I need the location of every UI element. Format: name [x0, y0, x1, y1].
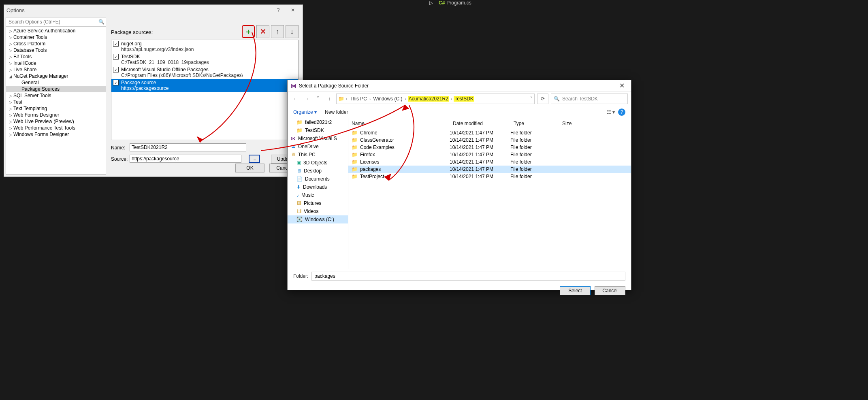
- source-item[interactable]: ✓nuget.orghttps://api.nuget.org/v3/index…: [111, 40, 298, 53]
- file-row[interactable]: 📁TestProject10/14/2021 1:47 PMFile folde…: [348, 173, 631, 180]
- tree-item[interactable]: ▷IntelliCode: [6, 60, 106, 66]
- picker-search-input[interactable]: 🔍 Search TestSDK: [551, 94, 628, 104]
- nav-item[interactable]: 🖥Desktop: [288, 167, 348, 175]
- up-icon[interactable]: ↑: [325, 94, 334, 103]
- help-icon[interactable]: ?: [271, 7, 286, 13]
- tree-item[interactable]: General: [6, 79, 106, 86]
- folder-icon: 📁: [338, 96, 344, 102]
- recent-icon[interactable]: ˅: [314, 94, 322, 103]
- select-button[interactable]: Select: [560, 286, 591, 295]
- picker-close-icon[interactable]: ✕: [616, 82, 628, 89]
- source-item[interactable]: ✓Microsoft Visual Studio Offline Package…: [111, 66, 298, 79]
- tree-item[interactable]: ▷Live Share: [6, 66, 106, 73]
- nav-item[interactable]: 💽Windows (C:): [288, 215, 348, 223]
- help-icon[interactable]: ?: [618, 109, 625, 116]
- nav-item[interactable]: ☁OneDrive: [288, 143, 348, 151]
- organize-menu[interactable]: Organize ▾: [293, 109, 317, 115]
- nav-item[interactable]: ⋈Microsoft Visual S: [288, 134, 348, 143]
- options-search-input[interactable]: [6, 17, 97, 26]
- tree-item[interactable]: ▷Container Tools: [6, 34, 106, 40]
- nav-item[interactable]: ▣3D Objects: [288, 159, 348, 167]
- checkbox-icon[interactable]: ✓: [113, 67, 119, 72]
- csharp-icon: C#: [439, 0, 445, 6]
- close-icon[interactable]: ✕: [286, 7, 300, 13]
- checkbox-icon[interactable]: ✓: [113, 54, 119, 60]
- file-list[interactable]: 📁Chrome10/14/2021 1:47 PMFile folder📁Cla…: [348, 129, 631, 180]
- search-icon[interactable]: 🔍: [97, 19, 106, 25]
- source-item[interactable]: ✓Package sourcehttps://packagesource: [111, 79, 298, 92]
- folder-input[interactable]: [311, 272, 625, 281]
- nav-item[interactable]: ⬇Downloads: [288, 183, 348, 191]
- nav-item[interactable]: 🖥This PC: [288, 151, 348, 159]
- tree-item[interactable]: ▷Windows Forms Designer: [6, 131, 106, 138]
- vs-icon: ⋈: [291, 83, 296, 89]
- header-type[interactable]: Type: [510, 118, 559, 129]
- header-size[interactable]: Size: [559, 118, 631, 129]
- nav-item[interactable]: 🎞Videos: [288, 207, 348, 215]
- options-titlebar[interactable]: Options ? ✕: [4, 5, 303, 15]
- tab-filename: Program.cs: [446, 0, 471, 6]
- file-row[interactable]: 📁Licenses10/14/2021 1:47 PMFile folder: [348, 158, 631, 166]
- browse-button[interactable]: ...: [249, 155, 260, 163]
- move-down-button[interactable]: ↓: [286, 25, 299, 38]
- add-source-button[interactable]: ＋: [242, 25, 255, 38]
- tree-item[interactable]: ▷Test: [6, 99, 106, 105]
- options-tree[interactable]: ▷Azure Service Authentication▷Container …: [6, 27, 106, 174]
- header-name[interactable]: Name: [348, 118, 450, 129]
- refresh-icon[interactable]: ⟳: [537, 94, 548, 104]
- crumb-drive[interactable]: Windows (C:): [372, 96, 403, 102]
- name-label: Name:: [111, 145, 125, 151]
- address-dropdown-icon[interactable]: ˅: [530, 96, 533, 102]
- tree-item[interactable]: ◢NuGet Package Manager: [6, 73, 106, 79]
- forward-icon[interactable]: →: [302, 94, 311, 103]
- source-label: Source:: [111, 156, 128, 162]
- view-icon[interactable]: ☷ ▾: [607, 109, 615, 115]
- options-tree-panel: 🔍 ▷Azure Service Authentication▷Containe…: [6, 17, 106, 175]
- nav-item[interactable]: 🖼Pictures: [288, 199, 348, 207]
- options-title: Options: [6, 7, 271, 13]
- tree-item[interactable]: ▷Web Performance Test Tools: [6, 125, 106, 131]
- name-input[interactable]: [130, 143, 246, 151]
- file-row[interactable]: 📁packages10/14/2021 1:47 PMFile folder: [348, 166, 631, 173]
- tree-item[interactable]: Package Sources: [6, 86, 106, 92]
- tree-item[interactable]: ▷SQL Server Tools: [6, 92, 106, 99]
- source-item[interactable]: ✓TestSDKC:\TestSDK_21_109_0018_19\packag…: [111, 53, 298, 66]
- tree-item[interactable]: ▷Cross Platform: [6, 40, 106, 47]
- tree-item[interactable]: ▷Azure Service Authentication: [6, 28, 106, 34]
- tree-item[interactable]: ▷Web Live Preview (Preview): [6, 118, 106, 125]
- file-row[interactable]: 📁Code Examples10/14/2021 1:47 PMFile fol…: [348, 144, 631, 151]
- tree-item[interactable]: ▷Text Templating: [6, 105, 106, 112]
- tree-item[interactable]: ▷F# Tools: [6, 53, 106, 60]
- editor-tab[interactable]: ▷ C# Program.cs: [429, 0, 471, 6]
- sources-list[interactable]: ✓nuget.orghttps://api.nuget.org/v3/index…: [111, 40, 299, 140]
- tree-item[interactable]: ▷Database Tools: [6, 47, 106, 53]
- nav-item[interactable]: 📄Documents: [288, 175, 348, 183]
- tree-item[interactable]: ▷Web Forms Designer: [6, 112, 106, 118]
- file-row[interactable]: 📁Chrome10/14/2021 1:47 PMFile folder: [348, 129, 631, 136]
- checkbox-icon[interactable]: ✓: [113, 41, 119, 47]
- options-dialog: Options ? ✕ 🔍 ▷Azure Service Authenticat…: [4, 4, 303, 177]
- column-headers[interactable]: Name Date modified Type Size: [348, 118, 631, 129]
- ok-button[interactable]: OK: [235, 164, 264, 172]
- remove-source-button[interactable]: ✕: [256, 25, 269, 38]
- file-row[interactable]: 📁ClassGenerator10/14/2021 1:47 PMFile fo…: [348, 136, 631, 144]
- folder-label: Folder:: [293, 273, 308, 279]
- header-date[interactable]: Date modified: [450, 118, 510, 129]
- crumb-testsdk[interactable]: TestSDK: [454, 96, 474, 102]
- new-folder-button[interactable]: New folder: [325, 109, 348, 115]
- picker-cancel-button[interactable]: Cancel: [595, 286, 625, 295]
- address-bar[interactable]: 📁 › This PC › Windows (C:) › Acumatica20…: [336, 94, 535, 104]
- nav-item[interactable]: 📁failed2021r2: [288, 118, 348, 126]
- crumb-pc[interactable]: This PC: [349, 96, 368, 102]
- picker-title: Select a Package Source Folder: [299, 83, 616, 89]
- search-icon: 🔍: [554, 96, 560, 102]
- nav-item[interactable]: 📁TestSDK: [288, 126, 348, 134]
- source-input[interactable]: [130, 155, 241, 163]
- picker-nav-tree[interactable]: 📁failed2021r2📁TestSDK⋈Microsoft Visual S…: [288, 118, 348, 269]
- file-row[interactable]: 📁Firefox10/14/2021 1:47 PMFile folder: [348, 151, 631, 158]
- back-icon[interactable]: ←: [291, 94, 300, 103]
- checkbox-icon[interactable]: ✓: [113, 80, 119, 85]
- crumb-acumatica[interactable]: Acumatica2021R2: [408, 96, 449, 102]
- nav-item[interactable]: ♪Music: [288, 191, 348, 199]
- move-up-button[interactable]: ↑: [271, 25, 284, 38]
